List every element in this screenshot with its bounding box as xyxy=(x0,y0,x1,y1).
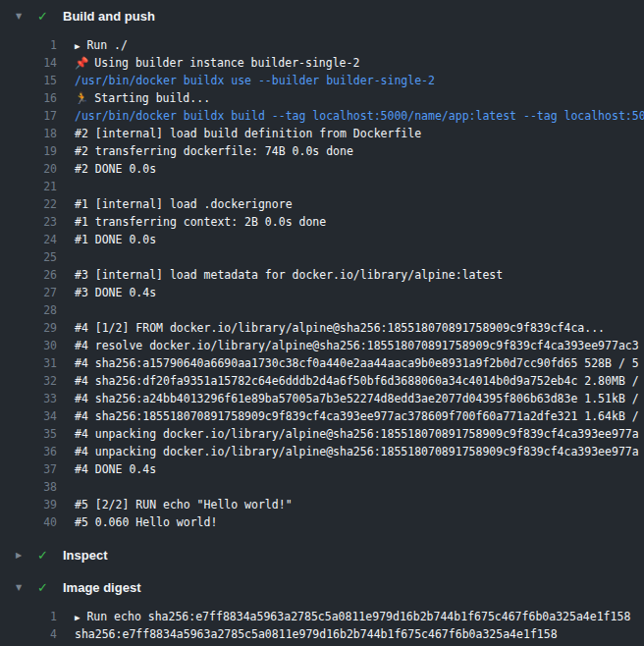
section-header[interactable]: ▶ ✓ Inspect xyxy=(0,539,644,571)
line-content: #4 resolve docker.io/library/alpine@sha2… xyxy=(57,337,644,354)
line-content: #4 sha256:a24bb4013296f61e89ba57005a7b3e… xyxy=(57,390,644,407)
line-content: /usr/bin/docker buildx use --builder bui… xyxy=(57,72,644,89)
section-header[interactable]: ▼ ✓ Image digest xyxy=(0,571,644,604)
line-content xyxy=(57,301,644,319)
line-number[interactable]: 28 xyxy=(0,301,57,319)
line-text: #4 DONE 0.4s xyxy=(75,462,156,476)
section-title: Image digest xyxy=(63,580,140,596)
log-line: 26 #3 [internal] load metadata for docke… xyxy=(0,266,644,284)
log-line: 1 ▶Run echo sha256:e7ff8834a5963a2785c5a… xyxy=(0,608,644,625)
line-content: 📌Using builder instance builder-single-2 xyxy=(57,54,644,72)
log-line: 32 #4 sha256:df20fa9351a15782c64e6dddb2d… xyxy=(0,372,644,390)
line-content: #1 transferring context: 2B 0.0s done xyxy=(57,213,644,231)
log-line: 22 #1 [internal] load .dockerignore xyxy=(0,195,644,213)
expand-arrow-icon[interactable]: ▶ xyxy=(75,41,80,51)
line-number[interactable]: 21 xyxy=(0,178,57,195)
log-section-build-and-push: ▼ ✓ Build and push 1 ▶Run ./ 14 📌Using b… xyxy=(0,0,644,539)
line-number[interactable]: 19 xyxy=(0,142,57,160)
log-line: 19 #2 transferring dockerfile: 74B 0.0s … xyxy=(0,142,644,160)
line-number[interactable]: 23 xyxy=(0,213,57,231)
log-line: 25 xyxy=(0,248,644,266)
line-number[interactable]: 15 xyxy=(0,72,57,89)
section-toggle-icon[interactable]: ▼ xyxy=(16,580,37,596)
line-content: #4 DONE 0.4s xyxy=(57,460,644,478)
line-content: ▶Run echo sha256:e7ff8834a5963a2785c5a08… xyxy=(57,608,644,625)
line-number[interactable]: 24 xyxy=(0,231,57,248)
line-number[interactable]: 25 xyxy=(0,248,57,266)
section-body: 1 ▶Run ./ 14 📌Using builder instance bui… xyxy=(0,32,644,539)
line-text: #1 [internal] load .dockerignore xyxy=(75,197,293,211)
line-text: #3 [internal] load metadata for docker.i… xyxy=(75,268,503,282)
log-line: 24 #1 DONE 0.0s xyxy=(0,231,644,248)
line-number[interactable]: 1 xyxy=(0,36,57,54)
section-title: Inspect xyxy=(63,548,108,564)
line-number[interactable]: 37 xyxy=(0,460,57,478)
line-number[interactable]: 39 xyxy=(0,496,57,513)
line-text: #2 DONE 0.0s xyxy=(75,162,156,176)
log-line: 27 #3 DONE 0.4s xyxy=(0,284,644,301)
section-toggle-icon[interactable]: ▶ xyxy=(16,548,37,564)
log-section-image-digest: ▼ ✓ Image digest 1 ▶Run echo sha256:e7ff… xyxy=(0,571,644,646)
line-content xyxy=(57,478,644,496)
section-toggle-icon[interactable]: ▼ xyxy=(16,9,37,25)
actions-log-viewer: ▼ ✓ Build and push 1 ▶Run ./ 14 📌Using b… xyxy=(0,0,644,646)
line-content: #4 sha256:a15790640a6690aa1730c38cf0a440… xyxy=(57,354,644,372)
log-line: 20 #2 DONE 0.0s xyxy=(0,160,644,178)
line-number[interactable]: 34 xyxy=(0,407,57,425)
line-text: #4 unpacking docker.io/library/alpine@sh… xyxy=(75,445,639,458)
line-content: #3 DONE 0.4s xyxy=(57,284,644,301)
line-text: #4 sha256:185518070891758909c9f839cf4ca3… xyxy=(75,409,639,423)
line-content: ▶Run ./ xyxy=(57,36,644,54)
line-content: #5 0.060 Hello world! xyxy=(57,513,644,531)
line-content: #2 DONE 0.0s xyxy=(57,160,644,178)
line-content: #1 DONE 0.0s xyxy=(57,231,644,248)
line-number[interactable]: 35 xyxy=(0,425,57,443)
line-content: #5 [2/2] RUN echo "Hello world!" xyxy=(57,496,644,513)
line-number[interactable]: 36 xyxy=(0,443,57,460)
line-text: #2 [internal] load build definition from… xyxy=(75,127,421,140)
line-number[interactable]: 4 xyxy=(0,625,57,643)
log-line: 28 xyxy=(0,301,644,319)
line-number[interactable]: 33 xyxy=(0,390,57,407)
line-number[interactable]: 1 xyxy=(0,608,57,625)
line-number[interactable]: 26 xyxy=(0,266,57,284)
line-number[interactable]: 29 xyxy=(0,319,57,337)
line-text: Starting build... xyxy=(94,91,210,105)
log-line: 4 sha256:e7ff8834a5963a2785c5a0811e979d1… xyxy=(0,625,644,643)
line-content: #3 [internal] load metadata for docker.i… xyxy=(57,266,644,284)
line-number[interactable]: 18 xyxy=(0,125,57,142)
line-number[interactable]: 22 xyxy=(0,195,57,213)
success-check-icon: ✓ xyxy=(37,548,63,564)
log-line: 15 /usr/bin/docker buildx use --builder … xyxy=(0,72,644,89)
line-text: #2 transferring dockerfile: 74B 0.0s don… xyxy=(75,144,353,158)
log-line: 34 #4 sha256:185518070891758909c9f839cf4… xyxy=(0,407,644,425)
section-header[interactable]: ▼ ✓ Build and push xyxy=(0,0,644,32)
log-line: 23 #1 transferring context: 2B 0.0s done xyxy=(0,213,644,231)
line-text: #1 transferring context: 2B 0.0s done xyxy=(75,215,326,229)
line-text: #4 resolve docker.io/library/alpine@sha2… xyxy=(75,339,639,352)
line-number[interactable]: 30 xyxy=(0,337,57,354)
section-body: 1 ▶Run echo sha256:e7ff8834a5963a2785c5a… xyxy=(0,604,644,646)
line-number[interactable]: 27 xyxy=(0,284,57,301)
line-number[interactable]: 32 xyxy=(0,372,57,390)
line-content: #4 [1/2] FROM docker.io/library/alpine@s… xyxy=(57,319,644,337)
line-content: 🏃Starting build... xyxy=(57,89,644,107)
line-text: #5 [2/2] RUN echo "Hello world!" xyxy=(75,498,293,511)
line-number[interactable]: 40 xyxy=(0,513,57,531)
log-line: 33 #4 sha256:a24bb4013296f61e89ba57005a7… xyxy=(0,390,644,407)
line-text: /usr/bin/docker buildx build --tag local… xyxy=(75,109,644,123)
line-number[interactable]: 16 xyxy=(0,89,57,107)
line-number[interactable]: 14 xyxy=(0,54,57,72)
log-line: 30 #4 resolve docker.io/library/alpine@s… xyxy=(0,337,644,354)
line-number[interactable]: 31 xyxy=(0,354,57,372)
line-content: #1 [internal] load .dockerignore xyxy=(57,195,644,213)
line-number[interactable]: 38 xyxy=(0,478,57,496)
line-text: sha256:e7ff8834a5963a2785c5a0811e979d16b… xyxy=(75,627,558,641)
expand-arrow-icon[interactable]: ▶ xyxy=(75,613,80,622)
line-number[interactable]: 20 xyxy=(0,160,57,178)
line-text: /usr/bin/docker buildx use --builder bui… xyxy=(75,74,435,87)
log-line: 35 #4 unpacking docker.io/library/alpine… xyxy=(0,425,644,443)
log-line: 21 xyxy=(0,178,644,195)
line-number[interactable]: 17 xyxy=(0,107,57,125)
line-text: #4 sha256:a24bb4013296f61e89ba57005a7b3e… xyxy=(75,392,639,405)
